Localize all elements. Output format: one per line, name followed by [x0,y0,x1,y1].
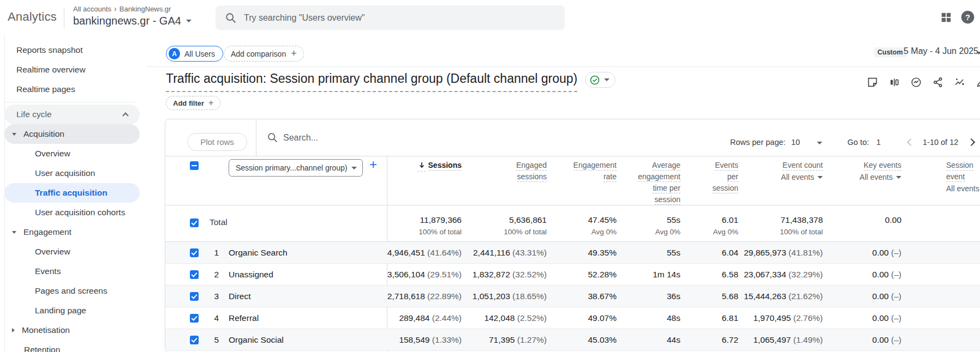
table-row: 1Organic Search4,946,451 (41.64%)2,441,1… [165,242,980,264]
sidebar-item-traffic-acquisition[interactable]: Traffic acquisition [4,183,140,203]
row-checkbox[interactable] [190,292,199,301]
report-label: Landing page [35,306,86,315]
collection-label: Life cycle [16,110,52,119]
metric-value: 0.00 [873,248,889,257]
google-apps-grid-icon[interactable] [940,11,952,25]
breadcrumb-account[interactable]: BankingNews.gr [119,5,171,13]
add-dimension-icon[interactable]: + [369,157,377,172]
chevron-down-icon[interactable] [817,142,822,144]
property-selector[interactable]: bankingnews.gr - GA4 [73,15,192,27]
column-subfilter[interactable]: All events [741,173,823,181]
sidebar-item-pages-and-screens[interactable]: Pages and screens [4,281,140,301]
sidebar-item-reports-snapshot[interactable]: Reports snapshot [4,40,140,60]
topic-label: Engagement [23,227,71,237]
metric-percentage: (–) [891,292,901,301]
comparisons-icon[interactable] [888,76,900,88]
column-header-line: Events [656,161,738,171]
rows-per-page-value[interactable]: 10 [791,138,800,147]
table-search-input[interactable] [283,133,447,143]
sidebar-item-realtime-pages[interactable]: Realtime pages [4,80,140,99]
all-users-label: All Users [184,50,215,58]
next-page-icon[interactable] [967,138,975,146]
row-checkbox[interactable] [190,336,199,344]
column-subfilter[interactable]: All events [820,173,901,181]
table-search-icon [267,132,278,143]
sidebar-item-life-cycle[interactable]: Life cycle [4,105,140,124]
sidebar-item-realtime-overview[interactable]: Realtime overview [4,60,140,80]
metric-value: 23,067,334 [744,270,786,279]
metric-cell: 5.68 [646,286,738,307]
search-icon [225,12,237,24]
check-circle-icon [589,75,600,86]
report-label: User acquisition [35,168,95,178]
sidebar-item-overview[interactable]: Overview [4,242,140,262]
sidebar-item-user-acquisition-cohorts[interactable]: User acquisition cohorts [4,203,140,222]
column-header-sessions[interactable]: Sessions [380,161,462,174]
insights-icon[interactable] [910,76,922,88]
chevron-right-icon: › [114,4,117,13]
column-header-session_key_event_rate[interactable]: SessioneventAll events [946,161,980,193]
share-icon[interactable] [932,76,944,88]
metric-cell: 0.00 (–) [809,286,901,307]
chevron-up-icon [122,112,128,118]
metric-cell: 0.00 (–) [809,264,901,286]
row-checkbox[interactable] [190,314,199,323]
metric-percentage: (–) [891,248,901,257]
chevron-down-icon [186,20,192,22]
sidebar-item-engagement[interactable]: Engagement [4,222,140,242]
sparkline-insights-icon[interactable] [954,76,966,88]
help-icon[interactable]: ? [960,10,975,26]
chevron-down-icon [896,176,901,179]
total-row-checkbox[interactable] [190,219,199,227]
sidebar-item-landing-page[interactable]: Landing page [4,301,140,320]
column-header-line: session [656,184,738,193]
plot-rows-button[interactable]: Plot rows [187,133,247,151]
add-filter-chip[interactable]: Add filter + [166,96,220,110]
go-to-input[interactable]: 1 [876,138,881,147]
sidebar-item-monetisation[interactable]: Monetisation [4,320,140,340]
column-header-key_events[interactable]: Key eventsAll events [820,161,901,181]
select-all-checkbox[interactable] [190,161,199,170]
report-label: Overview [35,149,70,159]
metric-value: 1,970,495 [753,313,791,323]
previous-page-icon[interactable] [907,138,915,146]
metric-cell: 2,718,618 (22.89%) [369,286,462,307]
column-header-event_count[interactable]: Event countAll events [741,161,823,181]
expander-down-icon[interactable] [12,133,16,136]
sidebar-item-events[interactable]: Events [4,262,140,281]
edit-pencil-icon[interactable] [976,76,980,88]
total-value: 0.00 [814,215,901,225]
total-row: Total11,879,366100% of total5,636,861100… [165,205,980,242]
all-users-segment-chip[interactable]: A All Users [166,46,223,62]
table-row: 5Organic Social158,549 (1.33%)71,395 (1.… [165,329,980,351]
column-subfilter[interactable]: All events [946,184,980,193]
sidebar-item-overview[interactable]: Overview [4,144,140,163]
expander-right-icon[interactable] [12,328,15,332]
report-label: Pages and screens [35,286,107,296]
column-header-line: Event count [741,161,823,171]
dimension-selector-dropdown[interactable]: Session primary...channel group) [229,159,363,177]
metric-value: 1,065,497 [753,335,791,344]
note-icon[interactable] [867,76,879,88]
report-label: Realtime overview [16,65,86,75]
sidebar-item-acquisition[interactable]: Acquisition [4,124,140,144]
page-title[interactable]: Traffic acquisition: Session primary cha… [166,71,577,92]
column-header-events_per_session[interactable]: Eventspersession [656,161,738,196]
table-row: 4Referral289,484 (2.44%)142,048 (2.52%)4… [165,307,980,329]
plus-icon: + [291,48,297,59]
add-comparison-chip[interactable]: Add comparison + [224,46,304,62]
breadcrumb-all-accounts[interactable]: All accounts [73,5,111,13]
date-range-selector[interactable]: 5 May - 4 Jun 2025 [904,46,978,56]
global-search-input[interactable] [244,13,539,23]
row-checkbox[interactable] [190,248,199,257]
analytics-logo[interactable]: Analytics [8,10,57,24]
sidebar-item-retention[interactable]: Retention [4,340,140,352]
row-checkbox[interactable] [190,270,199,279]
sidebar-item-user-acquisition[interactable]: User acquisition [4,163,140,183]
report-label: Reports snapshot [16,45,83,55]
expander-down-icon[interactable] [12,231,16,234]
data-quality-badge[interactable] [585,72,616,88]
report-actions [867,76,980,88]
total-value: 71,438,378 [736,215,823,225]
metric-cell: 0.00 (–) [809,307,901,329]
